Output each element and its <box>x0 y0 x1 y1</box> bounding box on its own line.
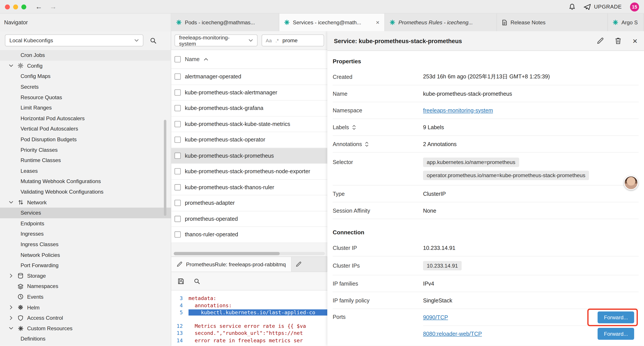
back-icon[interactable]: ← <box>35 3 42 10</box>
chevron-collapsed-icon <box>9 306 15 309</box>
table-row[interactable]: kube-prometheus-stack-grafana <box>171 100 327 116</box>
sidebar-item-ingress-classes[interactable]: Ingress Classes <box>0 239 171 250</box>
tab-pods[interactable]: Pods - icecheng@mathmas... <box>171 13 279 31</box>
sidebar-item-priority-classes[interactable]: Priority Classes <box>0 145 171 155</box>
close-tab-icon[interactable]: × <box>373 19 380 26</box>
cluster-icon <box>284 20 290 25</box>
filter-input[interactable]: Aa .* prome <box>262 34 324 46</box>
edit-pencil-icon[interactable] <box>597 37 604 44</box>
close-icon[interactable]: × <box>632 37 638 45</box>
sidebar-item-pod-disruption-budgets[interactable]: Pod Disruption Budgets <box>0 134 171 145</box>
tab-services[interactable]: Services - icecheng@math... × <box>279 13 385 31</box>
sidebar-item-cron-jobs[interactable]: Cron Jobs <box>0 50 171 61</box>
table-header[interactable]: Name <box>171 50 327 69</box>
expand-collapse-icon[interactable] <box>365 141 369 146</box>
sidebar-item-access-control[interactable]: Access Control <box>0 313 171 323</box>
row-checkbox[interactable] <box>174 168 180 175</box>
port-link-9090[interactable]: 9090/TCP <box>423 314 448 320</box>
table-row-selected[interactable]: kube-prometheus-stack-prometheus <box>171 148 327 164</box>
sidebar-item-helm[interactable]: Helm <box>0 302 171 313</box>
sidebar-item-limit-ranges[interactable]: Limit Ranges <box>0 102 171 113</box>
row-checkbox[interactable] <box>174 200 180 206</box>
row-checkbox[interactable] <box>174 184 180 190</box>
sidebar-item-network[interactable]: Network <box>0 197 171 208</box>
row-checkbox[interactable] <box>174 105 180 111</box>
tab-prometheus-rules[interactable]: Prometheus Rules - icecheng... <box>385 13 497 31</box>
minimize-window-button[interactable] <box>13 4 18 9</box>
sidebar-item-horizontal-pod-autoscalers[interactable]: Horizontal Pod Autoscalers <box>0 113 171 123</box>
close-window-button[interactable] <box>5 4 10 9</box>
sidebar-scrollbar[interactable] <box>164 120 166 216</box>
sidebar-item-config-maps[interactable]: Config Maps <box>0 71 171 82</box>
row-checkbox[interactable] <box>174 74 180 80</box>
sidebar-item-services[interactable]: Services <box>0 208 171 218</box>
sidebar-item-port-forwarding[interactable]: Port Forwarding <box>0 260 171 271</box>
row-checkbox[interactable] <box>174 153 180 159</box>
dock-tab-next-partial[interactable] <box>292 257 327 272</box>
editor-dock: PrometheusRule: freeleaps-prod-rabbitmq … <box>171 256 327 346</box>
sidebar-item-resource-quotas[interactable]: Resource Quotas <box>0 92 171 102</box>
row-checkbox[interactable] <box>174 89 180 95</box>
sidebar-item-custom-resources[interactable]: Custom Resources <box>0 323 171 334</box>
forward-icon[interactable]: → <box>50 3 57 10</box>
scrollbar-thumb[interactable] <box>174 252 280 255</box>
tab-release-notes[interactable]: Release Notes <box>497 13 608 31</box>
table-row[interactable]: kube-prometheus-stack-thanos-ruler <box>171 180 327 195</box>
notifications-bell-icon[interactable] <box>569 3 576 10</box>
created-row: Created 253d 16h 6m ago (2025年1月13日 GMT+… <box>333 68 639 85</box>
trash-icon[interactable] <box>615 37 622 44</box>
table-row[interactable]: alertmanager-operated <box>171 69 327 85</box>
sidebar-item-config[interactable]: Config <box>0 61 171 71</box>
port-link-8080-reloader-web[interactable]: 8080:reloader-web/TCP <box>423 331 482 337</box>
code-line: Metrics service error rate is {{ $va <box>188 323 306 329</box>
sidebar-item-vertical-pod-autoscalers[interactable]: Vertical Pod Autoscalers <box>0 123 171 134</box>
table-row[interactable]: thanos-ruler-operated <box>171 227 327 243</box>
regex-toggle[interactable]: .* <box>276 37 279 43</box>
match-case-toggle[interactable]: Aa <box>266 37 272 43</box>
save-icon[interactable] <box>178 278 184 284</box>
kubeconfig-select[interactable]: Local Kubeconfigs <box>5 34 143 46</box>
sidebar-item-validating-webhook-configurations[interactable]: Validating Webhook Configurations <box>0 187 171 197</box>
sidebar-item-runtime-classes[interactable]: Runtime Classes <box>0 155 171 166</box>
sidebar-item-namespaces[interactable]: Namespaces <box>0 281 171 292</box>
sidebar-item-mutating-webhook-configurations[interactable]: Mutating Webhook Configurations <box>0 176 171 187</box>
select-all-checkbox[interactable] <box>174 56 180 62</box>
horizontal-scrollbar[interactable] <box>174 252 325 255</box>
table-row[interactable]: kube-prometheus-stack-kube-state-metrics <box>171 116 327 132</box>
sidebar-item-storage[interactable]: Storage <box>0 271 171 281</box>
avatar[interactable] <box>624 176 638 190</box>
sidebar-item-network-policies[interactable]: Network Policies <box>0 250 171 260</box>
sidebar-item-endpoints[interactable]: Endpoints <box>0 218 171 229</box>
table-row[interactable]: kube-prometheus-stack-alertmanager <box>171 85 327 100</box>
details-panel: Service: kube-prometheus-stack-prometheu… <box>327 31 644 346</box>
table-row[interactable]: prometheus-operated <box>171 211 327 227</box>
row-checkbox[interactable] <box>174 232 180 238</box>
table-row[interactable]: kube-prometheus-stack-prometheus-node-ex… <box>171 164 327 180</box>
search-icon[interactable] <box>194 278 200 284</box>
namespace-link[interactable]: freeleaps-monitoring-system <box>423 107 493 113</box>
yaml-editor[interactable]: 3metadata: 4 annotations: 5 kubectl.kube… <box>171 291 327 346</box>
row-checkbox[interactable] <box>174 216 180 222</box>
search-icon[interactable] <box>150 37 156 44</box>
sidebar-item-secrets[interactable]: Secrets <box>0 81 171 92</box>
code-line-selected: kubectl.kubernetes.io/last-applied-co <box>188 310 327 316</box>
sidebar-item-ingresses[interactable]: Ingresses <box>0 229 171 239</box>
forward-port-button[interactable]: Forward... <box>598 328 634 340</box>
notification-count-badge[interactable]: 15 <box>630 2 639 11</box>
zoom-window-button[interactable] <box>21 4 26 9</box>
tab-argo[interactable]: Argo S <box>608 13 644 31</box>
table-row[interactable]: kube-prometheus-stack-operator <box>171 132 327 148</box>
namespace-select[interactable]: freeleaps-monitoring-system <box>174 34 257 46</box>
row-checkbox[interactable] <box>174 137 180 143</box>
sidebar-item-leases[interactable]: Leases <box>0 166 171 176</box>
dock-tab-prometheusrule[interactable]: PrometheusRule: freeleaps-prod-rabbitmq <box>171 257 292 272</box>
expand-collapse-icon[interactable] <box>352 125 356 130</box>
upgrade-button[interactable]: UPGRADE <box>584 3 622 10</box>
row-checkbox[interactable] <box>174 121 180 127</box>
name-column-header[interactable]: Name <box>185 56 200 62</box>
table-row[interactable]: prometheus-adapter <box>171 195 327 211</box>
forward-port-button[interactable]: Forward... <box>598 311 634 323</box>
sidebar-item-definitions[interactable]: Definitions <box>0 334 171 344</box>
filter-query: prome <box>282 37 298 43</box>
sidebar-item-events[interactable]: Events <box>0 292 171 302</box>
